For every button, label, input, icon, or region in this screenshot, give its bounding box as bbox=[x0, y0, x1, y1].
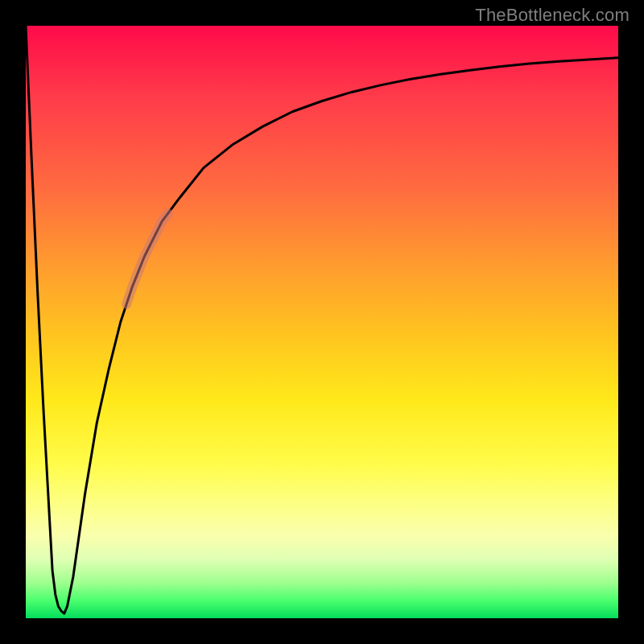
curve-highlight bbox=[126, 213, 168, 304]
bottleneck-curve bbox=[26, 26, 618, 613]
attribution-label: TheBottleneck.com bbox=[475, 5, 630, 26]
chart-root: TheBottleneck.com bbox=[0, 0, 644, 644]
plot-area bbox=[26, 26, 618, 618]
curve-svg bbox=[26, 26, 618, 618]
